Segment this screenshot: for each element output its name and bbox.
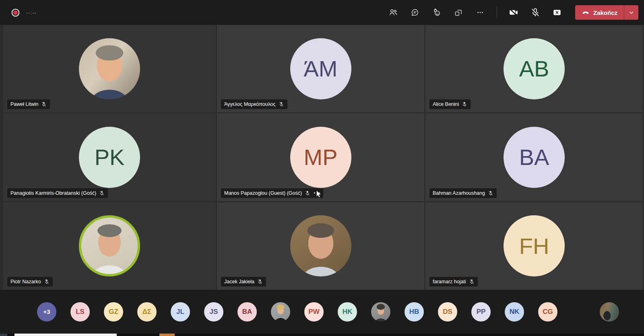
- strip-avatar-initials: JL: [176, 308, 184, 316]
- self-view-avatar[interactable]: [600, 302, 619, 322]
- strip-avatar[interactable]: LS: [70, 302, 90, 322]
- camera-toggle-button[interactable]: [504, 4, 523, 21]
- reactions-icon: [432, 8, 442, 17]
- participant-tile[interactable]: PK Panagiotis Karmiris-Obratanski (Gość): [3, 113, 216, 201]
- participant-tile[interactable]: AB Alice Benini: [425, 25, 643, 112]
- strip-avatar[interactable]: PP: [471, 302, 491, 322]
- meeting-toolbar: --:--: [0, 0, 644, 25]
- participant-tile[interactable]: MP Manos Papazoglou (Guest) (Gość): [217, 113, 424, 201]
- strip-avatar-photo[interactable]: [371, 302, 390, 322]
- participant-name: Manos Papazoglou (Guest) (Gość): [224, 190, 302, 196]
- strip-avatar[interactable]: NK: [505, 302, 524, 322]
- hang-up-icon: [582, 8, 590, 16]
- strip-avatar-initials: CG: [543, 308, 553, 316]
- mic-off-icon: [488, 190, 493, 196]
- participant-name-pill: faramarz hojati: [429, 277, 478, 287]
- participant-name: Piotr Nazarko: [10, 279, 41, 284]
- strip-avatar[interactable]: DS: [438, 302, 457, 322]
- background-window-edge: [0, 334, 644, 336]
- strip-avatar[interactable]: JS: [204, 302, 223, 322]
- mic-off-icon: [99, 190, 105, 196]
- participants-button[interactable]: [384, 4, 402, 21]
- end-call-button[interactable]: Zakończ: [575, 5, 624, 20]
- strip-avatar[interactable]: HB: [405, 302, 424, 322]
- participant-name-pill: Panagiotis Karmiris-Obratanski (Gość): [7, 188, 108, 198]
- avatar-initials-text: PK: [95, 144, 125, 170]
- overflow-count-badge[interactable]: +3: [37, 302, 56, 322]
- camera-off-icon: [508, 7, 519, 18]
- mic-off-icon: [469, 279, 475, 284]
- avatar-initials: ΆΜ: [290, 38, 351, 99]
- participant-name-pill: Manos Papazoglou (Guest) (Gość): [221, 188, 323, 198]
- participant-name-pill: Άγγελος Μαρκόπουλος: [221, 99, 287, 109]
- participant-name: Bahman Azarhoushang: [433, 190, 485, 196]
- overflow-count-label: +3: [43, 308, 50, 315]
- mic-off-icon: [305, 190, 310, 196]
- breakout-rooms-button[interactable]: [449, 4, 468, 21]
- more-options-button[interactable]: [471, 4, 489, 21]
- mic-off-icon: [41, 101, 47, 107]
- mouse-cursor: [314, 190, 323, 198]
- strip-avatar[interactable]: PW: [304, 302, 324, 322]
- participant-name-pill: Jacek Jakieła: [221, 277, 266, 287]
- avatar-initials: BA: [504, 127, 565, 188]
- avatar-photo-speaking: [79, 215, 140, 276]
- avatar-initials: FH: [504, 215, 565, 276]
- more-options-icon: [475, 8, 485, 17]
- reactions-button[interactable]: [427, 4, 446, 21]
- participant-grid: Paweł Litwin ΆΜ Άγγελος Μαρκόπουλος: [0, 25, 644, 290]
- participant-name: Panagiotis Karmiris-Obratanski (Gość): [10, 190, 96, 196]
- strip-avatar[interactable]: CG: [538, 302, 557, 322]
- avatar-initials-text: ΆΜ: [303, 56, 337, 82]
- participant-name-pill: Piotr Nazarko: [7, 277, 53, 287]
- participant-name: Jacek Jakieła: [224, 279, 254, 284]
- participant-tile[interactable]: BA Bahman Azarhoushang: [425, 113, 643, 201]
- participants-icon: [388, 8, 398, 17]
- background-window-segment: [14, 334, 117, 336]
- background-window-segment: [0, 334, 7, 336]
- strip-avatar-photo[interactable]: [271, 302, 290, 322]
- strip-avatar-initials: DS: [443, 308, 452, 316]
- chevron-down-icon: [628, 10, 634, 16]
- end-call-label: Zakończ: [593, 9, 617, 16]
- mic-off-icon: [44, 279, 50, 284]
- mic-off-icon: [257, 279, 263, 284]
- strip-avatar[interactable]: ΔΣ: [137, 302, 157, 322]
- participant-tile[interactable]: Jacek Jakieła: [217, 202, 424, 290]
- background-window-segment: [159, 334, 175, 336]
- breakout-rooms-icon: [454, 8, 463, 17]
- participant-tile[interactable]: ΆΜ Άγγελος Μαρκόπουλος: [217, 25, 424, 112]
- strip-avatar-initials: BA: [242, 308, 252, 316]
- strip-avatar[interactable]: GZ: [104, 302, 123, 322]
- strip-avatar[interactable]: JL: [171, 302, 190, 322]
- audience-avatars: +3 LS GZ ΔΣ JL JS BA PW HK HB DS PP NK C…: [0, 302, 557, 322]
- stop-sharing-icon: [552, 7, 562, 18]
- audience-strip: +3 LS GZ ΔΣ JL JS BA PW HK HB DS PP NK C…: [0, 290, 644, 334]
- participant-tile[interactable]: FH faramarz hojati: [425, 202, 643, 290]
- stop-sharing-button[interactable]: [548, 4, 566, 21]
- recording-indicator-icon: [10, 8, 21, 18]
- mic-toggle-button[interactable]: [526, 4, 545, 21]
- chat-button[interactable]: [406, 4, 424, 21]
- participant-name-pill: Alice Benini: [429, 99, 471, 109]
- mic-off-icon: [279, 101, 284, 107]
- end-call-options-button[interactable]: [624, 5, 638, 20]
- strip-avatar[interactable]: BA: [237, 302, 257, 322]
- participant-tile[interactable]: Piotr Nazarko: [3, 202, 216, 290]
- participant-tile[interactable]: Paweł Litwin: [3, 25, 216, 112]
- participant-name: Άγγελος Μαρκόπουλος: [224, 101, 276, 107]
- strip-avatar-initials: JS: [210, 308, 218, 316]
- avatar-initials-text: FH: [519, 233, 549, 259]
- strip-avatar[interactable]: HK: [338, 302, 357, 322]
- strip-avatar-initials: GZ: [109, 308, 118, 316]
- mic-off-icon: [530, 7, 541, 18]
- strip-avatar-initials: HB: [409, 308, 419, 316]
- avatar-initials: PK: [79, 127, 140, 188]
- strip-avatar-initials: ΔΣ: [142, 308, 151, 316]
- participant-name: Paweł Litwin: [10, 101, 38, 107]
- self-view[interactable]: [600, 302, 619, 322]
- avatar-initials-text: AB: [519, 56, 549, 82]
- strip-avatar-initials: PP: [477, 308, 486, 316]
- participant-name: Alice Benini: [433, 101, 459, 107]
- strip-avatar-initials: LS: [76, 308, 85, 316]
